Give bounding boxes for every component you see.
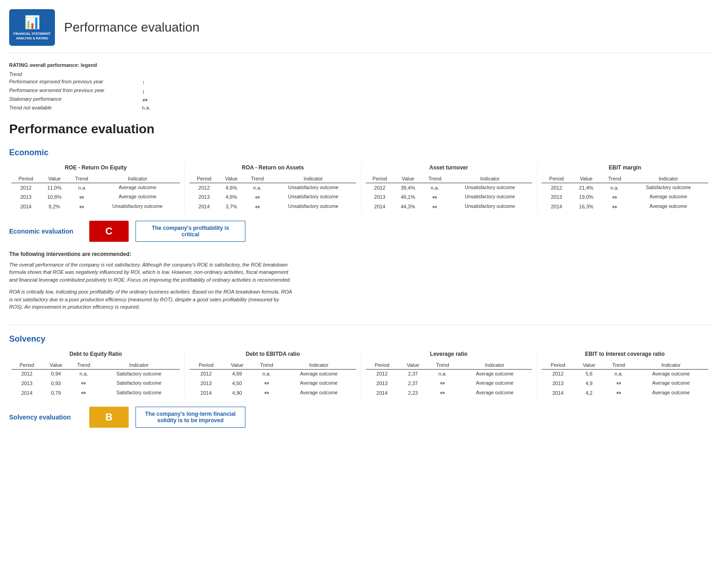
ei-col-period: Period (542, 361, 575, 370)
em-col-trend: Trend (601, 174, 629, 183)
logo-icon: 📊 (24, 15, 40, 30)
table-row: 2012 4,6% n.a. Unsatisfactory outcome (190, 183, 356, 192)
cell-trend: ⇔ (422, 202, 448, 212)
cell-indicator: Average outcome (628, 202, 708, 212)
cell-indicator: Average outcome (457, 369, 532, 378)
cell-value: 4,69 (223, 369, 252, 378)
roe-table-wrapper: ROE - Return On Equity Period Value Tren… (9, 164, 185, 212)
de-col-value: Value (42, 361, 70, 370)
cell-value: 2,23 (398, 388, 428, 397)
legend-table: Performance improved from previous year … (9, 79, 713, 110)
cell-period: 2014 (190, 202, 218, 212)
trend-na: n.a. (431, 185, 439, 191)
cell-trend: n.a. (422, 183, 448, 192)
roa-title: ROA - Return on Assets (190, 164, 356, 171)
cell-value: 4,6% (218, 183, 244, 192)
trend-neutral-icon: ⇔ (616, 380, 621, 387)
solvency-section: Solvency Debt to Equity Ratio Period Val… (9, 334, 713, 428)
roe-col-indicator: Indicator (95, 174, 180, 183)
leverage-table: Period Value Trend Indicator 2012 2,37 n… (366, 361, 532, 398)
at-col-indicator: Indicator (448, 174, 532, 183)
lev-col-value: Value (398, 361, 428, 370)
economic-eval-badge: C (89, 221, 129, 242)
trend-neutral-icon: ⇔ (612, 203, 617, 210)
cell-period: 2013 (11, 192, 40, 202)
header-title: Performance evaluation (64, 20, 200, 35)
cell-trend: ⇔ (69, 202, 95, 212)
cell-value: 0,79 (42, 388, 70, 397)
trend-neutral-icon: ⇔ (79, 203, 84, 210)
cell-period: 2014 (366, 388, 399, 397)
cell-indicator: Unsatisfactory outcome (448, 192, 532, 202)
legend-item-1-icon: ↓ (142, 87, 169, 95)
cell-period: 2014 (542, 202, 571, 212)
asset-turnover-table-wrapper: Asset turnover Period Value Trend Indica… (361, 164, 537, 212)
leverage-table-wrapper: Leverage ratio Period Value Trend Indica… (361, 351, 537, 398)
leverage-title: Leverage ratio (366, 351, 532, 357)
legend-section: RATING overall performance: legend Trend… (9, 62, 713, 110)
cell-value: 19,0% (571, 192, 601, 202)
table-row: 2013 4,9 ⇔ Average outcome (542, 378, 708, 388)
trend-neutral-icon: ⇔ (255, 194, 260, 201)
cell-trend: ⇔ (70, 378, 98, 388)
cell-period: 2012 (11, 183, 40, 192)
table-row: 2013 4,6% ⇔ Unsatisfactory outcome (190, 192, 356, 202)
debt-equity-title: Debt to Equity Ratio (11, 351, 180, 357)
cell-trend: ⇔ (69, 192, 95, 202)
at-col-period: Period (366, 174, 394, 183)
economic-eval-label: Economic evaluation (9, 228, 82, 235)
cell-value: 4,2 (575, 388, 604, 397)
cell-value: 0,94 (42, 369, 70, 378)
roa-col-period: Period (190, 174, 218, 183)
table-row: 2012 4,69 n.a. Average outcome (190, 369, 356, 378)
at-col-value: Value (394, 174, 422, 183)
cell-period: 2012 (190, 369, 223, 378)
cell-indicator: Unsatisfactory outcome (271, 202, 356, 212)
cell-period: 2012 (542, 183, 571, 192)
trend-neutral-icon: ⇔ (440, 380, 445, 387)
table-row: 2012 11,0% n.a Average outcome (11, 183, 180, 192)
cell-indicator: Average outcome (634, 388, 708, 397)
cell-indicator: Average outcome (282, 369, 356, 378)
asset-turnover-table: Period Value Trend Indicator 2012 39,4% … (366, 174, 532, 212)
cell-value: 3,7% (218, 202, 244, 212)
cell-period: 2014 (190, 388, 223, 397)
economic-tables-grid: ROE - Return On Equity Period Value Tren… (9, 164, 713, 212)
economic-evaluation-row: Economic evaluation C The company's prof… (9, 221, 713, 242)
table-row: 2012 2,37 n.a. Average outcome (366, 369, 532, 378)
cell-value: 44,3% (394, 202, 422, 212)
ebit-interest-title: EBIT to Interest coverage ratio (542, 351, 708, 357)
de-col-trend: Trend (70, 361, 98, 370)
cell-period: 2013 (366, 192, 394, 202)
legend-trend-label: Trend (9, 71, 713, 77)
solvency-eval-note: The company's long-term financial solidi… (136, 407, 245, 428)
cell-value: 4,90 (223, 388, 252, 397)
trend-na: n.a. (253, 185, 261, 191)
debitda-col-value: Value (223, 361, 252, 370)
trend-neutral-icon: ⇔ (264, 389, 269, 396)
table-row: 2014 2,23 ⇔ Average outcome (366, 388, 532, 397)
table-row: 2014 44,3% ⇔ Unsatisfactory outcome (366, 202, 532, 212)
debt-equity-table: Period Value Trend Indicator 2012 0,94 n… (11, 361, 180, 398)
de-col-period: Period (11, 361, 42, 370)
at-col-trend: Trend (422, 174, 448, 183)
cell-indicator: Average outcome (457, 378, 532, 388)
trend-neutral-icon: ⇔ (616, 389, 621, 396)
legend-item-3-label: Trend not available (9, 105, 137, 110)
debt-ebitda-table-wrapper: Debt to EBITDA ratio Period Value Trend … (185, 351, 361, 398)
legend-item-0-icon: ↑ (142, 79, 169, 86)
trend-neutral-icon: ⇔ (612, 194, 617, 201)
solvency-eval-badge: B (89, 407, 129, 428)
cell-indicator: Satisfactory outcome (98, 378, 180, 388)
cell-value: 0,93 (42, 378, 70, 388)
cell-indicator: Average outcome (95, 183, 180, 192)
cell-trend: ⇔ (603, 378, 634, 388)
cell-trend: n.a (69, 183, 95, 192)
cell-indicator: Unsatisfactory outcome (271, 192, 356, 202)
cell-period: 2012 (11, 369, 42, 378)
cell-trend: ⇔ (428, 388, 457, 397)
cell-trend: ⇔ (601, 202, 629, 212)
table-row: 2013 10,8% ⇔ Average outcome (11, 192, 180, 202)
logo: 📊 FINANCIAL STATEMENTANALYSIS & RATING (9, 9, 55, 46)
lev-col-indicator: Indicator (457, 361, 532, 370)
